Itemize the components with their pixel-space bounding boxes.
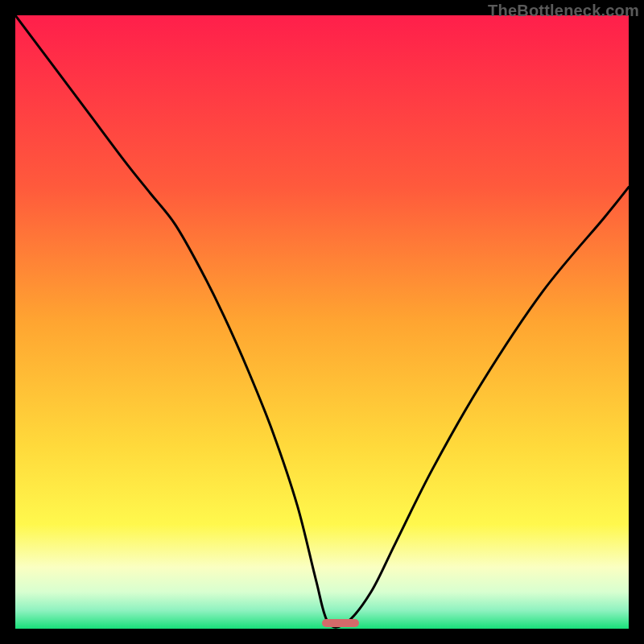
bottleneck-curve bbox=[15, 15, 629, 629]
plot-area bbox=[15, 15, 629, 629]
chart-frame: TheBottleneck.com bbox=[0, 0, 644, 644]
optimal-range-marker bbox=[322, 619, 359, 627]
watermark-label: TheBottleneck.com bbox=[488, 2, 639, 20]
